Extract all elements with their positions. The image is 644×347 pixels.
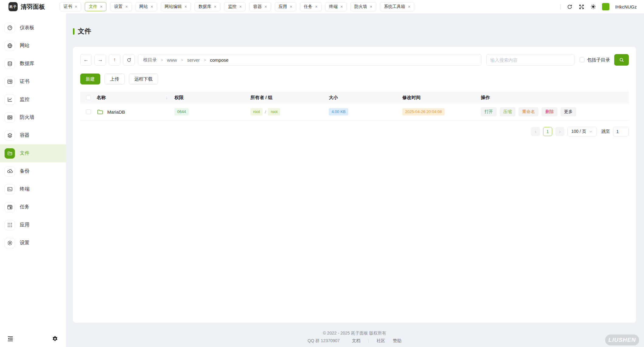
- page-number-button[interactable]: 1: [543, 127, 552, 136]
- sidebar-item-dashboard[interactable]: 仪表板: [0, 19, 66, 37]
- apps-grid-icon: [5, 220, 15, 230]
- collapse-sidebar-icon[interactable]: [7, 335, 14, 342]
- open-button[interactable]: 打开: [481, 107, 497, 116]
- sidebar-item-websites[interactable]: 网站: [0, 37, 66, 55]
- docs-link[interactable]: 文档: [352, 338, 360, 344]
- close-icon[interactable]: ×: [125, 5, 128, 9]
- delete-button[interactable]: 删除: [542, 107, 557, 116]
- community-link[interactable]: 社区: [377, 338, 385, 344]
- jump-to-input[interactable]: [613, 127, 629, 136]
- close-icon[interactable]: ×: [100, 5, 102, 9]
- close-icon[interactable]: ×: [184, 5, 187, 9]
- tab-certificates[interactable]: 证书×: [60, 2, 81, 11]
- fullscreen-icon[interactable]: [578, 4, 584, 10]
- close-icon[interactable]: ×: [340, 5, 343, 9]
- include-subdirs-checkbox[interactable]: [580, 57, 584, 62]
- close-icon[interactable]: ×: [151, 5, 153, 9]
- back-button[interactable]: ←: [80, 54, 92, 66]
- close-icon[interactable]: ×: [290, 5, 292, 9]
- breadcrumb-separator: >: [161, 58, 163, 62]
- panel-settings-gear-icon[interactable]: [51, 335, 59, 342]
- file-actions-row: 新建 上传 远程下载: [80, 74, 629, 84]
- search-icon: [619, 57, 624, 63]
- new-button[interactable]: 新建: [80, 74, 100, 84]
- tab-monitoring[interactable]: 监控×: [224, 2, 246, 11]
- sidebar-item-containers[interactable]: 容器: [0, 126, 66, 144]
- breadcrumb-server[interactable]: server: [187, 57, 200, 63]
- cloud-backup-icon: [5, 166, 15, 177]
- tab-database[interactable]: 数据库×: [195, 2, 220, 11]
- firewall-icon: [5, 112, 15, 123]
- sidebar-item-certificates[interactable]: 证书: [0, 73, 66, 91]
- column-header-permissions: 权限: [172, 95, 248, 101]
- tab-containers[interactable]: 容器×: [249, 2, 271, 11]
- page-size-select[interactable]: 100 / 页: [567, 127, 597, 136]
- tab-settings[interactable]: 设置×: [110, 2, 132, 11]
- up-directory-button[interactable]: ↑: [109, 54, 120, 66]
- sidebar-item-apps[interactable]: 应用: [0, 216, 66, 234]
- sidebar-item-firewall[interactable]: 防火墙: [0, 108, 66, 126]
- sponsor-link[interactable]: 赞助: [393, 338, 401, 344]
- close-icon[interactable]: ×: [264, 5, 267, 9]
- footer-links: QQ 群 12370907 文档 社区 赞助: [73, 338, 636, 344]
- sidebar-item-backup[interactable]: 备份: [0, 162, 66, 180]
- folder-icon: [5, 148, 15, 159]
- breadcrumb-compose[interactable]: compose: [210, 57, 229, 63]
- tab-apps[interactable]: 应用×: [275, 2, 296, 11]
- forward-button[interactable]: →: [95, 54, 106, 66]
- app-title: 清羽面板: [21, 3, 45, 11]
- tab-files[interactable]: 文件×: [85, 2, 106, 11]
- close-icon[interactable]: ×: [408, 5, 410, 9]
- file-name[interactable]: MariaDB: [107, 109, 125, 115]
- rename-button[interactable]: 重命名: [518, 107, 539, 116]
- app-logo: 耗子: [9, 2, 18, 11]
- refresh-icon[interactable]: [567, 4, 573, 10]
- more-button[interactable]: 更多: [560, 107, 576, 116]
- tab-firewall[interactable]: 防火墙×: [350, 2, 376, 11]
- liushen-watermark: LIUSHEN: [605, 335, 639, 345]
- close-icon[interactable]: ×: [214, 5, 216, 9]
- next-page-button[interactable]: ›: [555, 127, 564, 136]
- sidebar-item-database[interactable]: 数据库: [0, 55, 66, 73]
- breadcrumb-root[interactable]: 根目录: [143, 57, 157, 63]
- avatar[interactable]: [602, 3, 609, 10]
- modified-time-badge: 2025-04-26 20:04:08: [402, 108, 445, 115]
- owner-group-separator: /: [265, 110, 266, 114]
- close-icon[interactable]: ×: [75, 5, 77, 9]
- table-header-row: 名称 ↓ 权限 所有者 / 组 大小 修改时间 操作: [80, 92, 629, 103]
- tab-tasks[interactable]: 任务×: [300, 2, 322, 11]
- upload-button[interactable]: 上传: [105, 74, 125, 84]
- search-button[interactable]: [614, 54, 629, 66]
- column-header-owner-group: 所有者 / 组: [248, 95, 326, 101]
- close-icon[interactable]: ×: [239, 5, 242, 9]
- close-icon[interactable]: ×: [370, 5, 372, 9]
- sidebar-item-terminal[interactable]: 终端: [0, 180, 66, 198]
- globe-icon: [5, 41, 15, 51]
- username[interactable]: IHkcNUGz: [615, 4, 637, 9]
- close-icon[interactable]: ×: [315, 5, 318, 9]
- row-checkbox[interactable]: [86, 109, 91, 114]
- theme-sun-icon[interactable]: [590, 4, 596, 10]
- prev-page-button[interactable]: ‹: [531, 127, 540, 136]
- sidebar-item-monitoring[interactable]: 监控: [0, 91, 66, 108]
- tab-system-toolbox[interactable]: 系统工具箱×: [380, 2, 414, 11]
- remote-download-button[interactable]: 远程下载: [129, 74, 158, 84]
- tab-websites[interactable]: 网站×: [136, 2, 157, 11]
- tab-website-editor[interactable]: 网站编辑×: [161, 2, 191, 11]
- column-header-operations: 操作: [478, 95, 629, 101]
- jump-to-label: 跳至: [601, 129, 610, 134]
- sidebar-item-files[interactable]: 文件: [0, 144, 66, 162]
- tab-terminal[interactable]: 终端×: [325, 2, 347, 11]
- sidebar-item-settings[interactable]: 设置: [0, 234, 66, 252]
- breadcrumb: 根目录 > www > server > compose: [138, 54, 481, 66]
- sort-desc-icon[interactable]: ↓: [166, 95, 168, 100]
- breadcrumb-www[interactable]: www: [167, 57, 177, 63]
- column-header-modified: 修改时间: [400, 95, 478, 101]
- compress-button[interactable]: 压缩: [500, 107, 515, 116]
- chevron-down-icon: [589, 130, 593, 133]
- column-header-name: 名称 ↓: [94, 95, 172, 101]
- select-all-checkbox[interactable]: [86, 95, 91, 100]
- sidebar-item-tasks[interactable]: 任务: [0, 198, 66, 216]
- search-input[interactable]: [486, 54, 574, 66]
- refresh-directory-button[interactable]: [123, 54, 135, 66]
